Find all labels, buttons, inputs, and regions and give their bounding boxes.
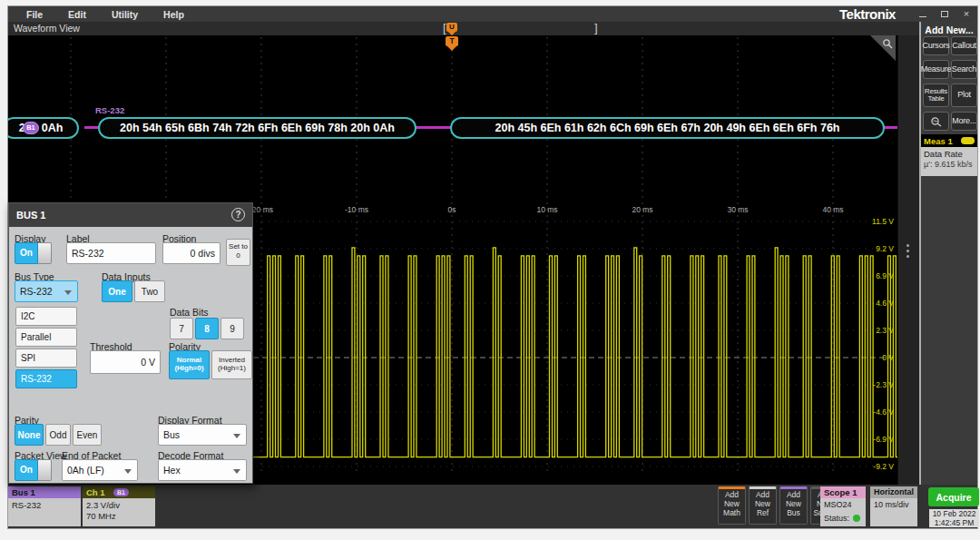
ch1-bandwidth: 70 MHz (86, 511, 152, 522)
datetime-display: 10 Feb 2022 1:42:45 PM (929, 509, 979, 527)
magnifier-icon (882, 38, 893, 49)
help-icon[interactable]: ? (231, 208, 245, 221)
ch1-badge-title: Ch 1 (86, 487, 105, 497)
add-new-ref[interactable]: Add New Ref (749, 486, 777, 525)
add-new-search[interactable]: Search (951, 60, 977, 79)
measurement-panel: Meas 1 Data Rate µ': 9.615 kb/s (921, 134, 977, 176)
bus-type-dropdown[interactable]: RS-232 (15, 280, 78, 302)
parity-option-even[interactable]: Even (73, 424, 102, 446)
horizontal-panel[interactable]: Horizontal 10 ms/div (870, 486, 917, 526)
scrollbar-handle-icon[interactable] (906, 244, 909, 260)
bus-type-value: RS-232 (20, 286, 53, 297)
toggle-knob[interactable] (38, 459, 52, 481)
set-to-zero-button[interactable]: Set to 0 (226, 239, 250, 266)
acquire-button[interactable]: Acquire (928, 487, 979, 506)
menu-utility[interactable]: Utility (112, 9, 138, 20)
label-input[interactable]: RS-232 (66, 242, 156, 264)
bus-type-option-rs-232[interactable]: RS-232 (15, 369, 77, 388)
x-axis-tick-label: 40 ms (822, 205, 843, 214)
trigger-marker-label: T (446, 36, 458, 46)
add-new-plot[interactable]: Plot (951, 83, 977, 107)
add-new-bus[interactable]: Add New Bus (779, 486, 808, 525)
menu-file[interactable]: File (26, 9, 43, 20)
bus-packet: 20h 54h 65h 6Bh 74h 72h 6Fh 6Eh 69h 78h … (98, 117, 416, 139)
close-icon[interactable]: × (961, 8, 972, 19)
datainputs-option-two[interactable]: Two (134, 280, 165, 302)
meas-type: Data Rate (924, 149, 975, 159)
polarity-option-normal-high=0[interactable]: Normal (High=0) (169, 350, 210, 379)
toggle-knob[interactable] (38, 242, 52, 264)
scope1-model: MSO24 (824, 500, 862, 511)
threshold-input[interactable]: 0 V (90, 350, 161, 374)
x-axis-tick-label: -10 ms (345, 205, 368, 214)
add-new-more[interactable]: More... (951, 112, 977, 131)
ch1-scale: 2.3 V/div (86, 500, 152, 511)
bus-packet: 20h 45h 6Eh 61h 62h 6Ch 69h 6Eh 67h 20h … (450, 117, 885, 139)
tab-waveform-view[interactable]: Waveform View (14, 23, 80, 34)
bus-source-badge[interactable]: B1 (23, 122, 39, 134)
y-axis-tick-label: 4.6 V (876, 299, 894, 308)
packet-view-toggle-state: On (15, 459, 38, 481)
window-controls: × (917, 8, 972, 19)
minimize-icon[interactable] (917, 8, 928, 19)
parity-option-none[interactable]: None (15, 424, 44, 446)
dialog-title-bar[interactable]: BUS 1 ? (9, 203, 252, 227)
x-axis-tick-label: 10 ms (536, 205, 557, 214)
packet-link-line (416, 126, 450, 129)
scope1-panel[interactable]: Scope 1 MSO24 Status: (820, 486, 866, 526)
tektronix-logo: Tektronix (839, 6, 896, 22)
decode-format-value: Hex (163, 465, 181, 476)
databits-option-8[interactable]: 8 (195, 318, 219, 339)
zoom-overview-right-bracket[interactable]: ] (594, 21, 598, 34)
bus1-dialog: BUS 1 ? Display On Label RS-232 Position… (8, 202, 253, 484)
display-toggle[interactable]: On (15, 242, 52, 264)
add-new-math[interactable]: Add New Math (718, 486, 746, 525)
bus1-badge-type: RS-232 (12, 500, 77, 511)
datainputs-option-one[interactable]: One (102, 280, 132, 302)
y-axis-tick-label: 9.2 V (876, 244, 894, 253)
view-tab-bar: Waveform View [ ] U (8, 22, 919, 35)
bus1-badge[interactable]: Bus 1 RS-232 (8, 486, 81, 526)
parity-option-odd[interactable]: Odd (45, 424, 71, 446)
horizontal-title: Horizontal (870, 486, 917, 498)
polarity-option-inverted-high=1[interactable]: Inverted (High=1) (211, 350, 252, 379)
databits-option-7[interactable]: 7 (170, 318, 193, 339)
menu-edit[interactable]: Edit (68, 9, 86, 20)
bus-waveform-label: RS-232 (95, 105, 124, 115)
bus-type-options-list: I2CParallelSPIRS-232 (15, 307, 77, 390)
packet-view-toggle[interactable]: On (15, 459, 52, 481)
add-new-measure[interactable]: Measure (923, 60, 949, 79)
waveform-zoom-icon (930, 116, 943, 127)
add-new-results-table[interactable]: Results Table (923, 83, 949, 107)
bus-type-option-i2c[interactable]: I2C (15, 307, 77, 326)
display-format-dropdown[interactable]: Bus (158, 424, 247, 446)
screen: FileEditUtilityHelp Tektronix × Waveform… (0, 0, 980, 540)
meas-badge[interactable]: Meas 1 (921, 134, 977, 147)
vertical-scrollbar[interactable] (897, 35, 919, 485)
x-axis-tick-label: 0s (448, 205, 456, 214)
databits-option-9[interactable]: 9 (220, 318, 244, 339)
trigger-position-marker[interactable]: T (446, 36, 458, 52)
menu-help[interactable]: Help (163, 9, 184, 20)
meas-badge-pill (961, 137, 975, 144)
bus-type-option-parallel[interactable]: Parallel (15, 328, 77, 347)
y-axis-tick-label: 11.5 V (872, 217, 894, 226)
add-new-callout[interactable]: Callout (951, 36, 977, 55)
zoom-position-marker[interactable]: U (446, 23, 457, 35)
display-format-value: Bus (163, 429, 180, 440)
ch1-badge[interactable]: Ch 1 B1 2.3 V/div 70 MHz (83, 486, 155, 526)
waveform-zoom-button[interactable] (923, 112, 949, 131)
meas-value: µ': 9.615 kb/s (924, 160, 975, 169)
y-axis-tick-label: 2.3 V (876, 326, 894, 335)
restore-icon[interactable] (939, 8, 950, 19)
y-axis-tick-label: 6.9 V (876, 271, 894, 280)
end-of-packet-value: 0Ah (LF) (67, 465, 104, 476)
decode-format-dropdown[interactable]: Hex (158, 459, 247, 481)
add-new-title: Add New... (921, 25, 977, 35)
end-of-packet-dropdown[interactable]: 0Ah (LF) (62, 459, 138, 481)
menu-bar: FileEditUtilityHelp Tektronix × (8, 6, 977, 22)
bus-type-option-spi[interactable]: SPI (15, 349, 77, 368)
meas-badge-name: Meas 1 (924, 136, 953, 146)
add-new-cursors[interactable]: Cursors (923, 36, 949, 55)
position-input[interactable]: 0 divs (162, 242, 220, 264)
